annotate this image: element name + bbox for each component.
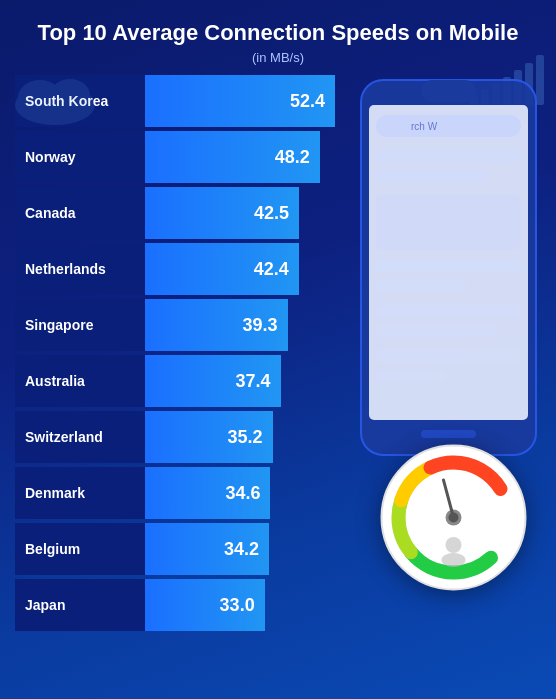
bar-container: 34.6 [145, 467, 335, 519]
country-label: Denmark [15, 467, 145, 519]
bar-value: 42.5 [254, 203, 289, 224]
chart-row: Belgium34.2 [15, 523, 335, 575]
bar-value: 35.2 [228, 427, 263, 448]
bar-value: 42.4 [254, 259, 289, 280]
speed-bar: 52.4 [145, 75, 335, 127]
cloud-decoration [10, 70, 100, 129]
country-label: Canada [15, 187, 145, 239]
svg-rect-8 [376, 150, 521, 162]
chart-row: Singapore39.3 [15, 299, 335, 351]
svg-rect-16 [376, 370, 446, 382]
bar-container: 35.2 [145, 411, 335, 463]
svg-text:rch W: rch W [411, 121, 438, 132]
svg-rect-15 [376, 350, 521, 362]
svg-rect-9 [376, 170, 486, 182]
bar-container: 37.4 [145, 355, 335, 407]
bar-value: 52.4 [290, 91, 325, 112]
bar-container: 42.4 [145, 243, 335, 295]
svg-point-27 [449, 513, 459, 523]
chart-row: Switzerland35.2 [15, 411, 335, 463]
bar-value: 37.4 [236, 371, 271, 392]
country-label: Norway [15, 131, 145, 183]
speed-bar: 37.4 [145, 355, 281, 407]
bar-container: 33.0 [145, 579, 335, 631]
chart-row: Japan33.0 [15, 579, 335, 631]
svg-rect-13 [376, 305, 521, 317]
phone-svg: rch W [351, 75, 546, 465]
bar-container: 42.5 [145, 187, 335, 239]
svg-point-28 [446, 537, 462, 553]
svg-rect-11 [376, 260, 521, 272]
svg-rect-17 [421, 430, 476, 438]
svg-rect-14 [376, 325, 496, 337]
chart-row: Norway48.2 [15, 131, 335, 183]
bar-value: 33.0 [220, 595, 255, 616]
country-label: Australia [15, 355, 145, 407]
svg-rect-10 [376, 195, 521, 250]
speed-bar: 34.2 [145, 523, 269, 575]
speedometer-svg [376, 440, 531, 595]
bar-container: 34.2 [145, 523, 335, 575]
speed-bar: 42.4 [145, 243, 299, 295]
country-label: Japan [15, 579, 145, 631]
speed-bar: 42.5 [145, 187, 299, 239]
header: Top 10 Average Connection Speeds on Mobi… [15, 20, 541, 65]
speed-bar: 34.6 [145, 467, 270, 519]
svg-point-29 [442, 553, 466, 567]
chart-row: Canada42.5 [15, 187, 335, 239]
country-label: Netherlands [15, 243, 145, 295]
content-area: South Korea52.4Norway48.2Canada42.5Nethe… [15, 75, 541, 655]
chart-row: Australia37.4 [15, 355, 335, 407]
svg-rect-5 [421, 80, 476, 102]
chart-list: South Korea52.4Norway48.2Canada42.5Nethe… [15, 75, 335, 631]
country-label: Belgium [15, 523, 145, 575]
chart-row: Denmark34.6 [15, 467, 335, 519]
speed-bar: 48.2 [145, 131, 320, 183]
svg-rect-6 [376, 115, 521, 137]
speed-bar: 39.3 [145, 299, 288, 351]
page-title: Top 10 Average Connection Speeds on Mobi… [15, 20, 541, 46]
chart-row: Netherlands42.4 [15, 243, 335, 295]
page-subtitle: (in MB/s) [15, 50, 541, 65]
bar-container: 39.3 [145, 299, 335, 351]
main-container: Top 10 Average Connection Speeds on Mobi… [0, 0, 556, 699]
country-label: Singapore [15, 299, 145, 351]
bar-container: 52.4 [145, 75, 335, 127]
speed-bar: 33.0 [145, 579, 265, 631]
bar-value: 34.6 [225, 483, 260, 504]
svg-point-2 [50, 79, 90, 111]
phone-illustration: rch W [335, 75, 541, 655]
svg-rect-12 [376, 280, 466, 292]
speed-bar: 35.2 [145, 411, 273, 463]
bar-value: 39.3 [242, 315, 277, 336]
bar-value: 48.2 [275, 147, 310, 168]
country-label: Switzerland [15, 411, 145, 463]
bar-container: 48.2 [145, 131, 335, 183]
bar-value: 34.2 [224, 539, 259, 560]
